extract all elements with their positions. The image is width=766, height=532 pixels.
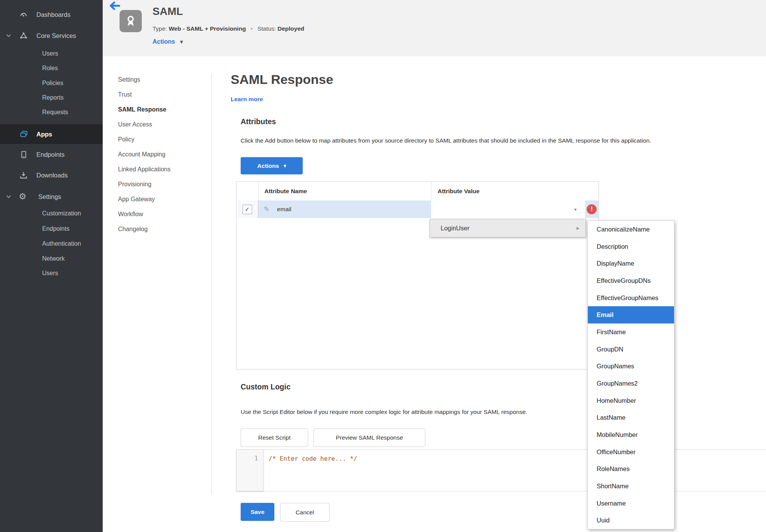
sidebar-item-network[interactable]: Network — [0, 252, 103, 266]
menu-item-rolenames[interactable]: RoleNames — [588, 460, 674, 478]
validation-error-icon: ! — [587, 204, 597, 214]
menu-item-groupnames[interactable]: GroupNames — [588, 358, 674, 375]
sidebar-item-label: Downloads — [36, 172, 68, 179]
subnav-item-app-gateway[interactable]: App Gateway — [118, 192, 208, 207]
preview-saml-response-button[interactable]: Preview SAML Response — [313, 429, 425, 447]
menu-item-lastname[interactable]: LastName — [588, 409, 674, 426]
custom-logic-description: Use the Script Editor below if you requi… — [241, 409, 586, 415]
sidebar-item-label: Users — [42, 50, 58, 57]
chevron-down-icon — [6, 34, 11, 38]
download-icon — [19, 171, 28, 180]
attributes-table: Attribute Name Attribute Value ✓ ✎ email… — [236, 181, 599, 369]
loginuser-submenu: CanonicalizeName Description DisplayName… — [587, 220, 674, 529]
menu-item-mobilenumber[interactable]: MobileNumber — [588, 426, 674, 443]
subnav-item-account-mapping[interactable]: Account Mapping — [118, 147, 208, 162]
sidebar-item-reports[interactable]: Reports — [0, 91, 103, 105]
attribute-name-cell: ✎ email — [258, 200, 431, 218]
menu-item-firstname[interactable]: FirstName — [588, 323, 674, 341]
subnav-item-settings[interactable]: Settings — [118, 72, 208, 87]
caret-right-icon: ▸ — [576, 225, 579, 232]
sidebar-item-users[interactable]: Users — [0, 47, 103, 61]
menu-item-canonicalizename[interactable]: CanonicalizeName — [588, 221, 674, 238]
sidebar-item-core-services[interactable]: Core Services — [0, 28, 103, 43]
sidebar-item-label: Authentication — [42, 240, 81, 247]
header-actions-menu[interactable]: Actions ▼ — [153, 38, 184, 45]
sidebar-item-label: Customization — [42, 210, 81, 217]
row-select-cell: ✓ — [236, 200, 258, 218]
subnav-item-provisioning[interactable]: Provisioning — [118, 177, 208, 192]
cancel-button[interactable]: Cancel — [280, 503, 330, 522]
menu-item-username[interactable]: Username — [588, 495, 674, 512]
custom-logic-heading: Custom Logic — [241, 383, 290, 391]
saml-app-icon — [120, 10, 142, 32]
learn-more-link[interactable]: Learn more — [231, 96, 263, 103]
menu-item-shortname[interactable]: ShortName — [588, 478, 674, 495]
sidebar-item-settings[interactable]: ⚙ Settings — [0, 189, 103, 204]
table-header-row: Attribute Name Attribute Value — [236, 182, 599, 200]
menu-item-groupnames2[interactable]: GroupNames2 — [588, 375, 674, 392]
sidebar-item-requests[interactable]: Requests — [0, 105, 103, 119]
subnav-item-workflow[interactable]: Workflow — [118, 207, 208, 222]
context-menu-label: LoginUser — [430, 225, 469, 232]
menu-item-homenumber[interactable]: HomeNumber — [588, 392, 674, 409]
sidebar-item-roles[interactable]: Roles — [0, 61, 103, 75]
reset-script-button[interactable]: Reset Script — [241, 429, 308, 447]
table-row[interactable]: ✓ ✎ email ▾ ! — [236, 200, 599, 218]
subnav-item-user-access[interactable]: User Access — [118, 117, 208, 132]
subnav-item-saml-response[interactable]: SAML Response — [118, 102, 208, 117]
sidebar-item-customization[interactable]: Customization — [0, 207, 103, 220]
check-icon: ✓ — [245, 206, 250, 213]
subnav-item-changelog[interactable]: Changelog — [118, 222, 208, 236]
row-checkbox[interactable]: ✓ — [243, 205, 252, 214]
sidebar-item-authentication[interactable]: Authentication — [0, 237, 103, 251]
sidebar-item-settings-users[interactable]: Users — [0, 266, 103, 280]
sidebar-item-label: Policies — [42, 80, 63, 87]
attribute-value-dropdown[interactable]: ▾ — [431, 200, 585, 218]
subnav-item-linked-applications[interactable]: Linked Applications — [118, 162, 208, 177]
sidebar-item-label: Users — [42, 270, 58, 277]
page-title: SAML — [153, 5, 183, 18]
app-header: SAML Type: Web - SAML + Provisioning • S… — [103, 0, 766, 56]
editor-code-line[interactable]: /* Enter code here... */ — [269, 455, 357, 462]
separator-dot: • — [251, 25, 253, 32]
attribute-value-column-header: Attribute Value — [431, 182, 599, 200]
sidebar-item-apps[interactable]: Apps — [0, 125, 103, 144]
sidebar-item-policies[interactable]: Policies — [0, 76, 103, 90]
caret-down-icon: ▼ — [179, 39, 184, 45]
attribute-name-column-header: Attribute Name — [259, 182, 431, 200]
sidebar-item-downloads[interactable]: Downloads — [0, 167, 103, 183]
app-subnav: Settings Trust SAML Response User Access… — [118, 72, 208, 236]
menu-item-uuid[interactable]: Uuid — [588, 512, 674, 529]
actions-label: Actions — [153, 38, 175, 45]
attributes-description: Click the Add button below to map attrib… — [241, 137, 746, 144]
subnav-item-trust[interactable]: Trust — [118, 87, 208, 102]
script-editor[interactable]: 1 /* Enter code here... */ — [236, 449, 766, 491]
sidebar-item-label: Apps — [36, 131, 52, 138]
value-context-menu[interactable]: LoginUser ▸ — [430, 219, 586, 237]
status-label: Status: — [258, 25, 276, 32]
gear-icon: ⚙ — [19, 192, 26, 201]
save-button[interactable]: Save — [241, 503, 274, 521]
apps-icon — [19, 130, 28, 139]
back-arrow-icon[interactable] — [109, 1, 121, 11]
subnav-item-policy[interactable]: Policy — [118, 132, 208, 147]
menu-item-effectivegroupdns[interactable]: EffectiveGroupDNs — [588, 272, 674, 289]
sidebar-item-settings-endpoints[interactable]: Endpoints — [0, 222, 103, 236]
menu-item-email[interactable]: Email — [588, 306, 674, 323]
sidebar-item-label: Reports — [42, 94, 64, 101]
sidebar-item-label: Settings — [38, 193, 61, 200]
menu-item-groupdn[interactable]: GroupDN — [588, 341, 674, 358]
sidebar-item-label: Dashboards — [36, 11, 71, 18]
subnav-divider — [211, 74, 212, 494]
attributes-actions-button[interactable]: Actions ▾ — [241, 157, 303, 174]
sidebar-item-endpoints[interactable]: Endpoints — [0, 147, 103, 162]
attributes-heading: Attributes — [241, 117, 276, 126]
sidebar-item-dashboards[interactable]: Dashboards — [0, 7, 103, 22]
menu-item-effectivegroupnames[interactable]: EffectiveGroupNames — [588, 289, 674, 307]
menu-item-officenumber[interactable]: OfficeNumber — [588, 443, 674, 461]
menu-item-description[interactable]: Description — [588, 238, 674, 255]
menu-item-displayname[interactable]: DisplayName — [588, 255, 674, 272]
sidebar-item-label: Core Services — [36, 32, 76, 39]
attribute-name-value: email — [277, 206, 291, 213]
type-value: Web - SAML + Provisioning — [169, 25, 246, 32]
